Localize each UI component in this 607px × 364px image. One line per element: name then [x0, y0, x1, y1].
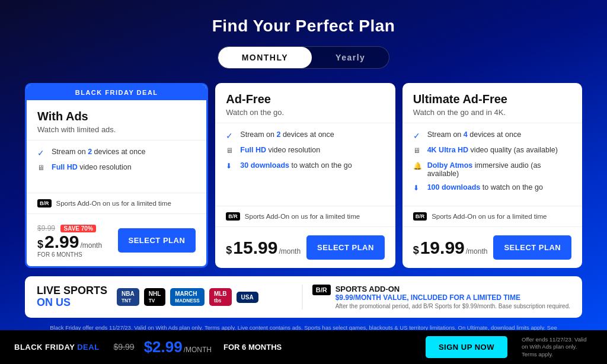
plan-header-ad-free: Ad-Free Watch on the go. [215, 83, 395, 123]
br-badge: B/R [37, 199, 52, 207]
sports-addon-text: Sports Add-On on us for a limited time [245, 213, 360, 220]
live-sports-line2: ON US [37, 297, 107, 309]
plans-container: BLACK FRIDAY DEAL With Ads Watch with li… [25, 83, 582, 268]
bottom-price-orig: $9.99 [114, 342, 135, 352]
bottom-price-period: /MONTH [184, 346, 212, 354]
plan-header-ultimate: Ultimate Ad-Free Watch on the go and in … [402, 83, 582, 123]
plan-ultimate: Ultimate Ad-Free Watch on the go and in … [402, 83, 582, 268]
usa-logo: USA [237, 292, 258, 303]
sports-addon-text: Sports Add-On on us for a limited time [432, 213, 547, 220]
price-amount: 2.99 [44, 233, 79, 251]
sports-addon-row: B/R Sports Add-On on us for a limited ti… [215, 206, 395, 227]
bottom-duration: FOR 6 MONTHS [223, 343, 282, 352]
sports-addon-info: B/R SPORTS ADD-ON $9.99/MONTH VALUE, INC… [302, 285, 570, 309]
sports-addon-row: B/R Sports Add-On on us for a limited ti… [402, 206, 582, 227]
march-madness-logo: MARCHMADNESS [170, 288, 205, 306]
check-icon: ✓ [226, 131, 235, 141]
plan-subtitle-ultimate: Watch on the go and in 4K. [413, 108, 571, 117]
plan-subtitle-with-ads: Watch with limited ads. [37, 125, 196, 134]
download-icon: ⬇ [226, 162, 235, 171]
check-icon: ✓ [37, 148, 47, 158]
sports-addon-text: Sports Add-On on us for a limited time [56, 200, 171, 207]
plan-features-with-ads: ✓ Stream on 2 devices at once 🖥 Full HD … [27, 141, 206, 193]
feature-item: ✓ Stream on 2 devices at once [226, 130, 384, 141]
page-title: Find Your Perfect Plan [212, 17, 395, 36]
feature-text: 30 downloads to watch on the go [240, 161, 352, 170]
addon-title: SPORTS ADD-ON [336, 285, 400, 293]
monitor-icon: 🖥 [413, 146, 423, 156]
feature-item: ✓ Stream on 2 devices at once [37, 148, 196, 158]
live-sports-line1: LIVE SPORTS [37, 285, 107, 297]
black-friday-banner: BLACK FRIDAY DEAL [27, 85, 206, 100]
plan-subtitle-ad-free: Watch on the go. [226, 108, 384, 117]
price-period: /month [466, 247, 488, 256]
price-dollar: $ [226, 244, 232, 257]
plan-header-with-ads: With Ads Watch with limited ads. [27, 100, 206, 141]
nhl-logo: NHLTV [144, 288, 166, 306]
price-main: $ 15.99 /month [226, 239, 301, 257]
billing-toggle: MONTHLY Yearly [218, 46, 390, 69]
bottom-price-main: $2.99 [144, 338, 183, 356]
price-block-with-ads: $9.99 SAVE 70% $ 2.99 /month FOR 6 MONTH… [37, 222, 112, 258]
plan-footer-ultimate: $ 19.99 /month SELECT PLAN [402, 227, 582, 268]
price-amount: 15.99 [233, 239, 277, 257]
feature-item: ✓ Stream on 4 devices at once [413, 130, 571, 141]
sign-up-button[interactable]: SIGN UP NOW [426, 336, 507, 358]
price-main: $ 19.99 /month [413, 239, 488, 257]
addon-text: SPORTS ADD-ON $9.99/MONTH VALUE, INCLUDE… [336, 285, 570, 309]
price-block-ad-free: $ 15.99 /month [226, 239, 301, 257]
select-plan-with-ads[interactable]: SELECT PLAN [118, 228, 196, 253]
yearly-toggle[interactable]: Yearly [312, 47, 389, 68]
addon-fine: After the promotional period, add B/R Sp… [336, 303, 570, 309]
feature-item: 🖥 Full HD video resolution [226, 146, 384, 156]
plan-features-ad-free: ✓ Stream on 2 devices at once 🖥 Full HD … [215, 123, 395, 206]
monitor-icon: 🖥 [37, 164, 47, 173]
bottom-price-block: $2.99 /MONTH [144, 338, 212, 356]
price-dollar: $ [413, 244, 419, 257]
feature-item: 🖥 Full HD video resolution [37, 163, 196, 173]
check-icon: ✓ [413, 131, 423, 141]
plan-name-ultimate: Ultimate Ad-Free [413, 92, 571, 106]
bottom-deal: DEAL [77, 343, 99, 352]
bottom-bar: BLACK FRIDAY DEAL $9.99 $2.99 /MONTH FOR… [0, 330, 607, 364]
feature-text: Full HD video resolution [52, 163, 132, 171]
bottom-black: BLACK FRIDAY [14, 343, 77, 352]
price-period: /month [279, 247, 301, 256]
sports-addon-row: B/R Sports Add-On on us for a limited ti… [27, 193, 206, 214]
price-dollar: $ [37, 238, 43, 251]
br-badge: B/R [413, 212, 427, 221]
feature-text: Stream on 2 devices at once [52, 148, 145, 156]
sports-logos: NBATNT NHLTV MARCHMADNESS MLBtbs USA [117, 288, 292, 306]
price-main: $ 2.99 /month [37, 233, 112, 251]
feature-text: Stream on 4 devices at once [427, 130, 521, 139]
plan-with-ads: BLACK FRIDAY DEAL With Ads Watch with li… [25, 83, 208, 268]
price-note: FOR 6 MONTHS [37, 251, 112, 258]
nba-logo: NBATNT [117, 288, 139, 306]
plan-name-ad-free: Ad-Free [226, 92, 384, 106]
plan-footer-with-ads: $9.99 SAVE 70% $ 2.99 /month FOR 6 MONTH… [27, 214, 206, 266]
price-block-ultimate: $ 19.99 /month [413, 239, 488, 257]
feature-text: Stream on 2 devices at once [240, 130, 334, 139]
select-plan-ad-free[interactable]: SELECT PLAN [306, 235, 385, 260]
feature-item: ⬇ 30 downloads to watch on the go [226, 161, 384, 171]
live-sports-text: LIVE SPORTS ON US [37, 285, 107, 309]
br-badge: B/R [226, 212, 240, 221]
br-big-badge: B/R [312, 285, 331, 295]
price-amount: 19.99 [420, 239, 465, 257]
price-original: $9.99 [37, 224, 55, 232]
select-plan-ultimate[interactable]: SELECT PLAN [493, 235, 571, 260]
plan-footer-ad-free: $ 15.99 /month SELECT PLAN [215, 227, 395, 268]
plan-name-with-ads: With Ads [37, 110, 196, 123]
monthly-toggle[interactable]: MONTHLY [218, 47, 312, 68]
feature-item: 🔔 Dolby Atmos immersive audio (as availa… [413, 161, 571, 178]
addon-value: $9.99/MONTH VALUE, INCLUDED FOR A LIMITE… [336, 293, 520, 302]
feature-text: Dolby Atmos immersive audio (as availabl… [427, 161, 571, 178]
live-sports-banner: LIVE SPORTS ON US NBATNT NHLTV MARCHMADN… [25, 276, 582, 318]
download-icon: ⬇ [413, 184, 423, 193]
bottom-offer-note: Offer ends 11/27/23. Valid on With Ads p… [522, 336, 593, 358]
feature-item: ⬇ 100 downloads to watch on the go [413, 183, 571, 193]
bottom-deal-label: BLACK FRIDAY DEAL [14, 343, 100, 352]
feature-text: Full HD video resolution [240, 146, 320, 154]
price-period: /month [80, 241, 102, 250]
feature-text: 100 downloads to watch on the go [427, 183, 543, 191]
